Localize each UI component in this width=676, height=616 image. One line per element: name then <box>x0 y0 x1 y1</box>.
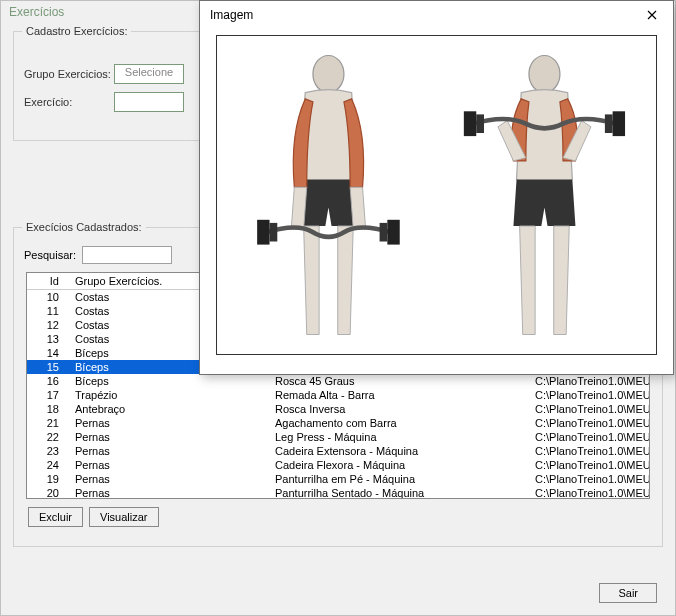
cell-exercicio: Panturrilha Sentado - Máquina <box>271 486 531 499</box>
sair-button[interactable]: Sair <box>599 583 657 603</box>
cell-id: 13 <box>27 332 71 346</box>
visualizar-button[interactable]: Visualizar <box>89 507 159 527</box>
cell-exercicio: Cadeira Flexora - Máquina <box>271 458 531 472</box>
table-row[interactable]: 24PernasCadeira Flexora - MáquinaC:\Plan… <box>27 458 649 472</box>
listagem-legend: Execícios Cadastrados: <box>22 221 146 233</box>
cell-grupo: Pernas <box>71 416 271 430</box>
cell-path: C:\PlanoTreino1.0\MEUS_DOCUME <box>531 388 649 402</box>
exercicio-label: Exercício: <box>24 96 114 108</box>
svg-rect-3 <box>388 220 400 245</box>
cell-exercicio: Leg Press - Máquina <box>271 430 531 444</box>
dialog-title: Imagem <box>210 8 253 22</box>
cell-id: 20 <box>27 486 71 499</box>
cell-exercicio: Agachamento com Barra <box>271 416 531 430</box>
exercise-figure-end-icon <box>441 40 648 350</box>
excluir-button[interactable]: Excluir <box>28 507 83 527</box>
table-row[interactable]: 16BícepsRosca 45 GrausC:\PlanoTreino1.0\… <box>27 374 649 388</box>
cell-exercicio: Panturrilha em Pé - Máquina <box>271 472 531 486</box>
cell-id: 16 <box>27 374 71 388</box>
grupo-select[interactable]: Selecione <box>114 64 184 84</box>
exercise-image <box>216 35 657 355</box>
cell-id: 11 <box>27 304 71 318</box>
cell-id: 17 <box>27 388 71 402</box>
cell-grupo: Pernas <box>71 486 271 499</box>
cell-exercicio: Cadeira Extensora - Máquina <box>271 444 531 458</box>
cell-grupo: Pernas <box>71 458 271 472</box>
cell-id: 21 <box>27 416 71 430</box>
exercicio-input[interactable] <box>114 92 184 112</box>
table-row[interactable]: 19PernasPanturrilha em Pé - MáquinaC:\Pl… <box>27 472 649 486</box>
svg-rect-2 <box>270 223 278 242</box>
cell-id: 10 <box>27 290 71 305</box>
cell-exercicio: Remada Alta - Barra <box>271 388 531 402</box>
cell-grupo: Pernas <box>71 472 271 486</box>
svg-rect-9 <box>605 114 613 133</box>
cell-path: C:\PlanoTreino1.0\MEUS_DOCUME <box>531 374 649 388</box>
table-row[interactable]: 18AntebraçoRosca InversaC:\PlanoTreino1.… <box>27 402 649 416</box>
cell-path: C:\PlanoTreino1.0\MEUS_DOCUME <box>531 486 649 499</box>
cell-grupo: Trapézio <box>71 388 271 402</box>
col-id[interactable]: Id <box>27 273 71 290</box>
image-dialog: Imagem <box>199 0 674 375</box>
cell-path: C:\PlanoTreino1.0\MEUS_DOCUME <box>531 430 649 444</box>
cell-path: C:\PlanoTreino1.0\MEUS_DOCUME <box>531 472 649 486</box>
cell-id: 23 <box>27 444 71 458</box>
cell-grupo: Bíceps <box>71 374 271 388</box>
cell-path: C:\PlanoTreino1.0\MEUS_DOCUME <box>531 402 649 416</box>
grupo-label: Grupo Exercicios: <box>24 68 114 80</box>
cell-id: 18 <box>27 402 71 416</box>
cadastro-legend: Cadastro Exercícios: <box>22 25 131 37</box>
cell-exercicio: Rosca Inversa <box>271 402 531 416</box>
svg-rect-1 <box>257 220 269 245</box>
exercise-figure-start-icon <box>225 40 432 350</box>
svg-rect-6 <box>464 111 476 136</box>
table-row[interactable]: 17TrapézioRemada Alta - BarraC:\PlanoTre… <box>27 388 649 402</box>
dialog-titlebar[interactable]: Imagem <box>200 1 673 29</box>
svg-point-0 <box>313 56 344 93</box>
svg-rect-8 <box>612 111 624 136</box>
cell-id: 14 <box>27 346 71 360</box>
cell-grupo: Pernas <box>71 444 271 458</box>
cell-id: 19 <box>27 472 71 486</box>
cell-path: C:\PlanoTreino1.0\MEUS_DOCUME <box>531 416 649 430</box>
close-icon[interactable] <box>631 1 673 29</box>
cell-grupo: Pernas <box>71 430 271 444</box>
cell-path: C:\PlanoTreino1.0\MEUS_DOCUME <box>531 458 649 472</box>
cell-grupo: Antebraço <box>71 402 271 416</box>
table-row[interactable]: 21PernasAgachamento com BarraC:\PlanoTre… <box>27 416 649 430</box>
pesquisar-input[interactable] <box>82 246 172 264</box>
cell-id: 22 <box>27 430 71 444</box>
table-row[interactable]: 22PernasLeg Press - MáquinaC:\PlanoTrein… <box>27 430 649 444</box>
cell-id: 24 <box>27 458 71 472</box>
svg-point-5 <box>529 56 560 93</box>
table-row[interactable]: 20PernasPanturrilha Sentado - MáquinaC:\… <box>27 486 649 499</box>
cell-id: 15 <box>27 360 71 374</box>
table-row[interactable]: 23PernasCadeira Extensora - MáquinaC:\Pl… <box>27 444 649 458</box>
svg-rect-7 <box>476 114 484 133</box>
cell-path: C:\PlanoTreino1.0\MEUS_DOCUME <box>531 444 649 458</box>
cell-exercicio: Rosca 45 Graus <box>271 374 531 388</box>
cell-id: 12 <box>27 318 71 332</box>
pesquisar-label: Pesquisar: <box>24 249 82 261</box>
svg-rect-4 <box>380 223 388 242</box>
